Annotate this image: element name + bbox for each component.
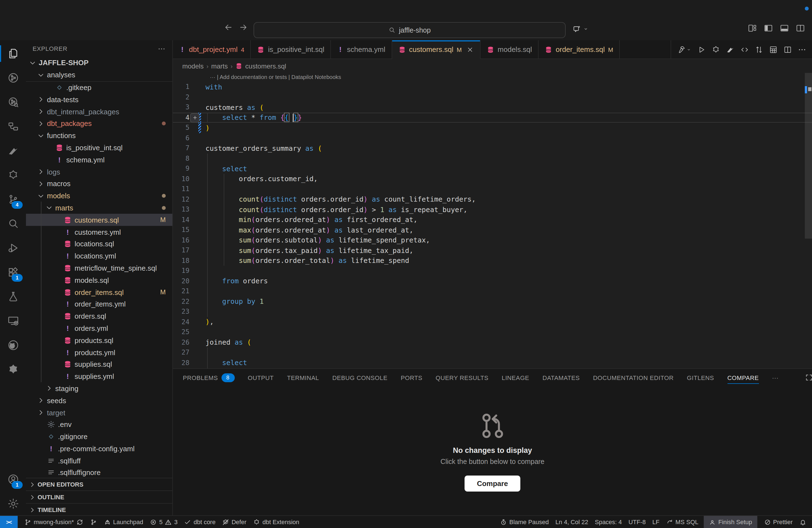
tree-item-order_items.sql[interactable]: order_items.sqlM — [26, 286, 172, 298]
code-line-5[interactable]: 5) — [173, 122, 812, 133]
activity-dbt[interactable] — [0, 138, 26, 163]
tree-item-target[interactable]: target — [26, 407, 172, 419]
code-line-27[interactable]: 27 — [173, 348, 812, 357]
activity-search[interactable] — [0, 211, 26, 236]
code-line-29[interactable]: 29 customers.*, — [173, 368, 812, 368]
tree-item-models[interactable]: models — [26, 190, 172, 202]
code-line-19[interactable]: 19 — [173, 266, 812, 276]
status-indentation[interactable]: Spaces: 4 — [595, 518, 622, 525]
code-editor[interactable]: ··· | Add documentation or tests | Datap… — [173, 73, 812, 368]
activity-dbt-alt[interactable] — [0, 357, 26, 382]
breadcrumb-models[interactable]: models — [182, 62, 204, 70]
tree-item-seeds[interactable]: seeds — [26, 395, 172, 407]
tree-item-logs[interactable]: logs — [26, 166, 172, 178]
activity-testing[interactable] — [0, 284, 26, 309]
status-finish-setup[interactable]: Finish Setup — [704, 516, 757, 528]
toggle-secondary-sidebar-icon[interactable] — [795, 23, 806, 33]
code-line-1[interactable]: 1with — [173, 82, 812, 92]
status-formatter[interactable]: Prettier — [764, 518, 793, 526]
tab-order_items.sql[interactable]: order_items.sqlM — [539, 40, 620, 59]
code-line-14[interactable]: 14 min(orders.ordered_at) as first_order… — [173, 215, 812, 225]
section-open-editors[interactable]: OPEN EDITORS — [26, 478, 172, 490]
panel-tab-query-results[interactable]: QUERY RESULTS — [436, 369, 488, 386]
panel-tab-datamates[interactable]: DATAMATES — [542, 369, 580, 386]
tab-is_positive_int.sql[interactable]: is_positive_int.sql — [251, 40, 331, 59]
panel-tab-output[interactable]: OUTPUT — [248, 369, 274, 386]
panel-tab-ports[interactable]: PORTS — [401, 369, 422, 386]
activity-remote-explorer[interactable] — [0, 309, 26, 333]
tree-item-orders.sql[interactable]: orders.sql — [26, 310, 172, 322]
status-dbt-core[interactable]: dbt core — [184, 518, 216, 526]
activity-settings[interactable] — [0, 492, 26, 516]
compare-changes-icon[interactable] — [755, 45, 764, 54]
tree-item-models.sql[interactable]: models.sql — [26, 274, 172, 287]
activity-explorer[interactable] — [0, 41, 26, 66]
close-tab-icon[interactable] — [466, 46, 474, 53]
compare-button[interactable]: Compare — [465, 475, 520, 491]
tree-item-products.sql[interactable]: products.sql — [26, 334, 172, 347]
tree-item-customers.yml[interactable]: !customers.yml — [26, 226, 172, 238]
activity-flow-diagram[interactable] — [0, 114, 26, 138]
tree-item-supplies.sql[interactable]: supplies.sql — [26, 358, 172, 371]
breadcrumb-file[interactable]: customers.sql — [245, 62, 286, 70]
code-line-28[interactable]: 28 select — [173, 357, 812, 368]
status-defer[interactable]: Defer — [222, 518, 246, 526]
tree-item-analyses[interactable]: analyses — [26, 69, 172, 82]
tree-item-customers.sql[interactable]: customers.sqlM — [26, 214, 172, 226]
tab-models.sql[interactable]: models.sql — [481, 40, 539, 59]
tree-item-functions[interactable]: functions — [26, 130, 172, 142]
tree-item-.env[interactable]: .env — [26, 419, 172, 431]
tree-item-.gitkeep[interactable]: .gitkeep — [26, 82, 172, 93]
tree-item-is_positive_int.sql[interactable]: is_positive_int.sql — [26, 142, 172, 154]
more-actions-icon[interactable] — [798, 45, 807, 54]
run-query-icon[interactable] — [697, 45, 706, 54]
status-blame[interactable]: Blame Paused — [500, 518, 549, 526]
customize-layout-icon[interactable] — [748, 23, 757, 33]
tree-item-orders.yml[interactable]: !orders.yml — [26, 322, 172, 334]
panel-tab-problems[interactable]: PROBLEMS8 — [183, 369, 234, 386]
code-line-8[interactable]: 8 — [173, 153, 812, 163]
status-launchpad[interactable]: Launchpad — [104, 518, 143, 526]
maximize-panel-icon[interactable] — [805, 373, 812, 382]
tree-item-dbt_packages[interactable]: dbt_packages — [26, 118, 172, 130]
code-line-17[interactable]: 17 sum(orders.tax_paid) as lifetime_tax_… — [173, 245, 812, 255]
split-editor-icon[interactable] — [783, 45, 792, 54]
activity-lineage-explorer[interactable] — [0, 90, 26, 114]
copilot-button[interactable] — [572, 24, 589, 34]
panel-tab-gitlens[interactable]: GITLENS — [687, 369, 714, 386]
code-line-7[interactable]: 7customer_orders_summary as ( — [173, 143, 812, 153]
editor-scrollbar[interactable] — [805, 73, 812, 368]
remote-indicator[interactable]: >< — [0, 516, 18, 528]
code-line-10[interactable]: 10 orders.customer_id, — [173, 174, 812, 184]
code-line-20[interactable]: 20 from orders — [173, 276, 812, 286]
dbt-power-user-action-icon[interactable] — [711, 45, 720, 54]
toggle-primary-sidebar-icon[interactable] — [764, 23, 773, 33]
activity-accounts[interactable]: 1 — [0, 467, 26, 492]
tree-item-staging[interactable]: staging — [26, 382, 172, 395]
explorer-more-actions-icon[interactable] — [157, 44, 166, 53]
activity-source-control[interactable]: 4 — [0, 187, 26, 211]
tree-root-jaffle-shop[interactable]: JAFFLE-SHOP — [26, 57, 172, 69]
panel-tab-terminal[interactable]: TERMINAL — [287, 369, 319, 386]
query-results-icon[interactable] — [769, 45, 778, 54]
toggle-panel-icon[interactable] — [779, 23, 789, 33]
code-line-12[interactable]: 12 count(distinct orders.order_id) as co… — [173, 194, 812, 204]
code-line-24[interactable]: 24), — [173, 317, 812, 327]
code-line-22[interactable]: 22 group by 1 — [173, 296, 812, 307]
tab-schema.yml[interactable]: !schema.yml — [331, 40, 392, 59]
add-action-button[interactable] — [190, 113, 199, 122]
navigate-back-icon[interactable] — [224, 23, 233, 32]
tree-item-data-tests[interactable]: data-tests — [26, 93, 172, 106]
activity-extensions[interactable]: 1 — [0, 260, 26, 284]
status-git-graph[interactable] — [90, 518, 97, 526]
tree-item-dbt_internal_packages[interactable]: dbt_internal_packages — [26, 105, 172, 118]
status-eol[interactable]: LF — [652, 518, 659, 525]
code-line-16[interactable]: 16 sum(orders.subtotal) as lifetime_spen… — [173, 235, 812, 245]
dbt-build-icon[interactable] — [677, 45, 692, 54]
status-encoding[interactable]: UTF-8 — [628, 518, 646, 525]
panel-tab-debug-console[interactable]: DEBUG CONSOLE — [332, 369, 388, 386]
panel-tab-documentation-editor[interactable]: DOCUMENTATION EDITOR — [593, 369, 673, 386]
code-line-23[interactable]: 23 — [173, 307, 812, 317]
panel-tab-compare[interactable]: COMPARE — [727, 369, 759, 386]
code-line-6[interactable]: 6 — [173, 133, 812, 143]
